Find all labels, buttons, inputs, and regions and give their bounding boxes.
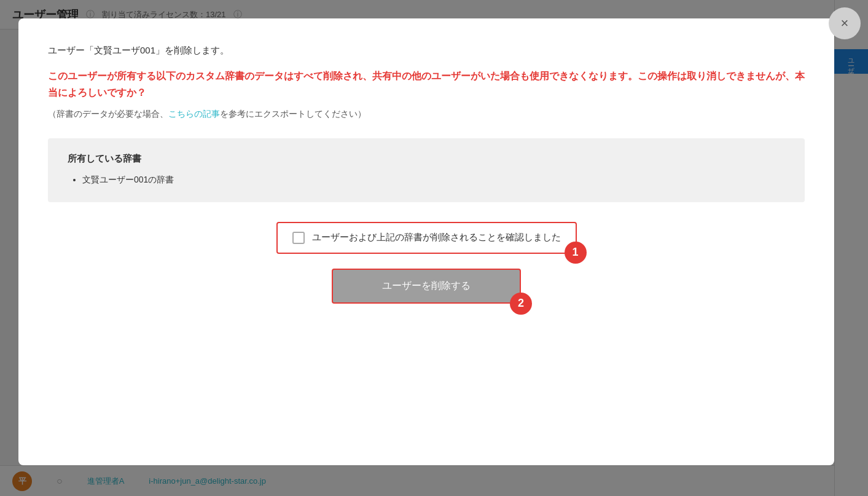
confirm-box: ユーザーおよび上記の辞書が削除されることを確認しました 1 [276, 222, 577, 254]
close-icon: × [841, 15, 849, 31]
close-button[interactable]: × [829, 7, 861, 39]
note-prefix: （辞書のデータが必要な場合、 [48, 109, 168, 119]
confirm-checkbox[interactable] [292, 232, 305, 244]
modal-note: （辞書のデータが必要な場合、こちらの記事を参考にエクスポートしてください） [48, 107, 805, 120]
dict-list-item-0: 文賢ユーザー001の辞書 [82, 172, 785, 187]
confirm-section: ユーザーおよび上記の辞書が削除されることを確認しました 1 [48, 222, 805, 254]
dict-list: 文賢ユーザー001の辞書 [68, 172, 785, 187]
dictionary-box: 所有している辞書 文賢ユーザー001の辞書 [48, 138, 805, 202]
modal-intro-text: ユーザー「文賢ユーザ001」を削除します。 [48, 43, 805, 58]
delete-user-button[interactable]: ユーザーを削除する [332, 269, 521, 304]
note-link[interactable]: こちらの記事 [168, 109, 220, 119]
dict-box-title: 所有している辞書 [68, 153, 785, 165]
note-suffix: を参考にエクスポートしてください） [220, 109, 366, 119]
delete-button-area: ユーザーを削除する 2 [48, 269, 805, 304]
modal-dialog: ユーザー「文賢ユーザ001」を削除します。 このユーザーが所有する以下のカスタム… [18, 18, 834, 465]
delete-button-wrapper: ユーザーを削除する 2 [332, 269, 521, 304]
confirm-label: ユーザーおよび上記の辞書が削除されることを確認しました [312, 232, 561, 243]
modal-warning-text: このユーザーが所有する以下のカスタム辞書のデータはすべて削除され、共有中の他のユ… [48, 68, 805, 101]
badge-1: 1 [565, 242, 587, 264]
badge-2: 2 [510, 293, 532, 315]
